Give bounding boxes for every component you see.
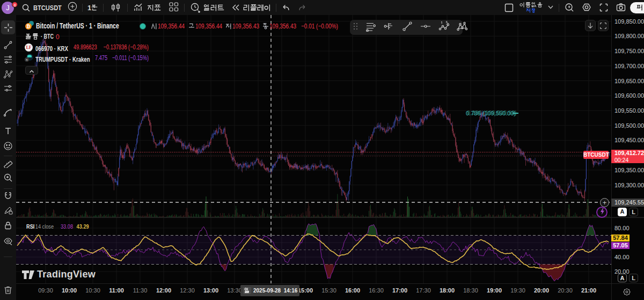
svg-text:0.236 (109,530.98): 0.236 (109,530.98) [467, 109, 517, 116]
